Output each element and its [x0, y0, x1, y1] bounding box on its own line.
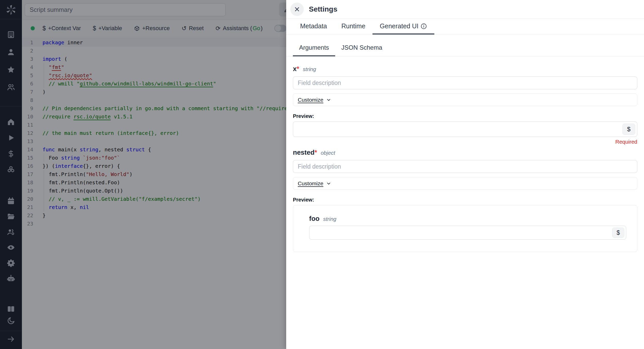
arguments-panel: x* string Customize Preview: $ Required … [286, 56, 644, 252]
nested-foo-input[interactable] [309, 226, 626, 240]
close-button[interactable] [290, 3, 304, 16]
settings-tabs: Metadata Runtime Generated UI [286, 19, 644, 35]
chevron-down-icon [326, 97, 332, 103]
field-x-description-input[interactable] [293, 76, 637, 89]
field-x-preview: $ [293, 121, 637, 137]
variable-picker-button[interactable]: $ [612, 228, 624, 238]
field-nested-preview-label: Preview: [293, 197, 637, 203]
field-nested-name: nested* [293, 149, 317, 156]
nested-foo-input-wrap: $ [309, 226, 626, 240]
chevron-down-icon [326, 181, 332, 186]
nested-foo-name: foo [309, 215, 319, 223]
field-x-type: string [303, 66, 316, 72]
tab-metadata[interactable]: Metadata [293, 19, 334, 34]
nested-preview-card: foo string $ [293, 205, 637, 252]
settings-drawer: Settings Metadata Runtime Generated UI A… [286, 0, 644, 349]
field-x-preview-label: Preview: [293, 113, 637, 119]
tab-runtime[interactable]: Runtime [334, 19, 372, 34]
subtab-arguments[interactable]: Arguments [293, 44, 335, 56]
field-x-preview-input[interactable] [293, 121, 637, 137]
nested-foo-type: string [323, 216, 336, 222]
field-x-customize[interactable]: Customize [293, 93, 637, 106]
nested-foo-label: foo string [309, 215, 626, 223]
windmill-app: $+Context Var$+Variable+Resource↺Reset⟳A… [0, 0, 644, 349]
required-asterisk: * [296, 65, 299, 73]
drawer-title: Settings [309, 5, 337, 13]
field-x-label: x* string [293, 65, 637, 73]
field-nested-description-input[interactable] [293, 160, 637, 173]
field-x-required-note: Required [293, 139, 637, 145]
tab-generated-ui[interactable]: Generated UI [372, 19, 434, 34]
field-nested-type: object [321, 150, 335, 156]
modal-dim-overlay[interactable] [0, 0, 286, 349]
field-nested-label: nested* object [293, 149, 637, 156]
generated-ui-subtabs: Arguments JSON Schema [286, 35, 644, 56]
close-icon [294, 6, 300, 13]
field-nested-customize[interactable]: Customize [293, 177, 637, 190]
field-x-name: x* [293, 65, 299, 73]
subtab-json-schema[interactable]: JSON Schema [335, 44, 388, 56]
drawer-header: Settings [286, 0, 644, 19]
info-icon [420, 23, 427, 30]
required-asterisk: * [315, 149, 317, 156]
variable-picker-button[interactable]: $ [622, 124, 635, 135]
